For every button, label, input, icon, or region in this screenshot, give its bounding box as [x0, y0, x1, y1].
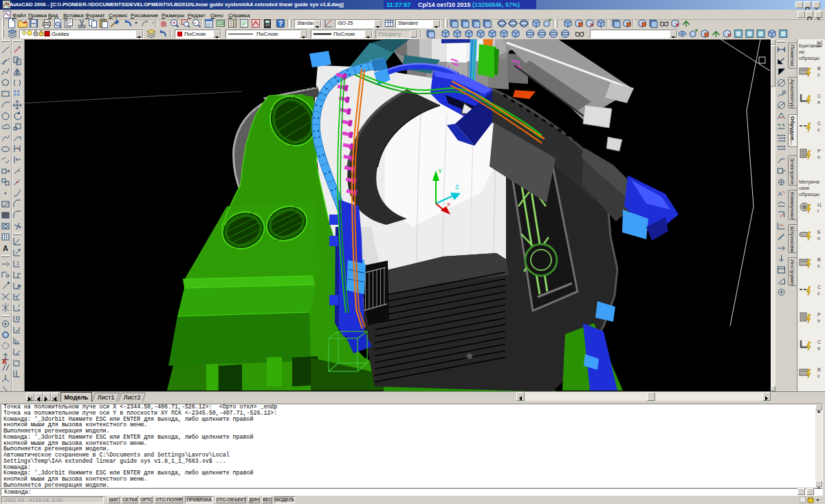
- svg-text:п: п: [817, 318, 820, 323]
- svg-text:образцы: образцы: [799, 191, 820, 197]
- svg-text:С: С: [817, 340, 821, 344]
- svg-text:С: С: [817, 285, 821, 289]
- svg-text:С: С: [817, 94, 821, 98]
- svg-text:Z: Z: [455, 184, 459, 190]
- svg-text:с: с: [817, 72, 820, 77]
- svg-text:я: я: [817, 346, 820, 351]
- svg-text:X: X: [447, 201, 451, 208]
- svg-text:г: г: [817, 208, 820, 213]
- svg-text:ие: ие: [799, 49, 804, 55]
- svg-text:Y: Y: [438, 168, 442, 175]
- svg-text:п: п: [817, 155, 820, 160]
- svg-text:К: К: [1, 357, 8, 365]
- svg-text:1: 1: [16, 261, 19, 265]
- svg-text:Метриче: Метриче: [799, 179, 820, 185]
- svg-text:С: С: [817, 121, 821, 126]
- svg-text:п: п: [817, 236, 820, 241]
- svg-text:В: В: [817, 367, 821, 372]
- svg-text:Британск: Британск: [799, 43, 822, 49]
- svg-text:Р: Р: [817, 149, 821, 153]
- svg-text:Ц: Ц: [817, 202, 822, 208]
- svg-text:В: В: [817, 66, 821, 71]
- svg-text:с: с: [817, 263, 820, 268]
- svg-text:с: с: [817, 291, 820, 296]
- svg-text:A: A: [3, 244, 8, 252]
- svg-text:Р: Р: [817, 312, 821, 317]
- svg-text:с: с: [817, 373, 820, 378]
- svg-text:я: я: [817, 100, 820, 105]
- svg-text:В: В: [817, 257, 821, 262]
- svg-text:Б: Б: [817, 230, 821, 234]
- svg-text:A: A: [778, 190, 782, 197]
- svg-text:ские: ские: [799, 185, 809, 191]
- svg-text:образцы: образцы: [799, 55, 820, 61]
- svg-text:с: с: [817, 127, 820, 132]
